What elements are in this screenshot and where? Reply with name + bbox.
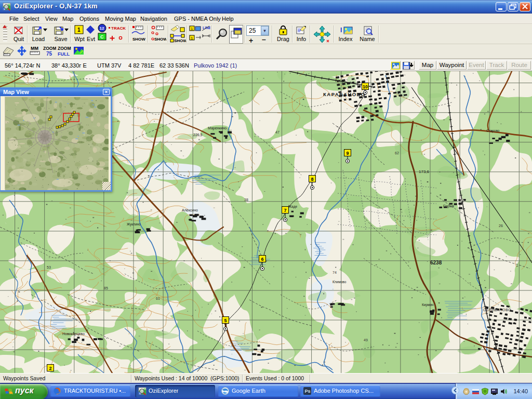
svg-text:1: 1 [191,26,193,31]
svg-text:5: 5 [224,318,227,323]
svg-text:53: 53 [47,265,51,269]
svg-text:10: 10 [363,84,368,89]
svg-text:SHOW: SHOW [132,37,145,42]
svg-text:FULL: FULL [58,51,70,57]
svg-text:Старово: Старово [486,129,500,133]
svg-text:6: 6 [261,257,263,262]
svg-text:2: 2 [49,366,51,371]
svg-text:Кирмач: Кирмач [422,303,433,307]
svg-text:Новокарцево: Новокарцево [62,332,85,336]
svg-text:173,6: 173,6 [419,169,430,174]
svg-text:8: 8 [311,177,313,182]
svg-text:MM: MM [31,46,38,51]
svg-text:Маренкино: Маренкино [208,126,227,130]
svg-text:Жуклино: Жуклино [127,222,141,227]
svg-text:Жаде: Жаде [288,205,297,209]
svg-text:7: 7 [284,208,286,213]
svg-text:Горка: Горка [443,204,454,208]
svg-text:38: 38 [244,198,248,202]
svg-text:СЕЛИВАНОВО: СЕЛИВАНОВО [483,308,511,312]
svg-text:I: I [340,26,342,34]
svg-text:226,5: 226,5 [193,133,203,137]
svg-text:Алексино: Алексино [182,208,198,212]
svg-text:TRACK: TRACK [111,26,126,31]
svg-text:1: 1 [191,36,193,41]
svg-text:6238: 6238 [430,260,442,265]
svg-text:9: 9 [346,151,349,156]
svg-text:74: 74 [332,271,337,274]
svg-text:Климово: Климово [332,280,347,284]
svg-text:62: 62 [395,151,399,155]
svg-text:61: 61 [156,297,160,300]
svg-text:SHOW: SHOW [154,37,166,42]
svg-text:ZOOM: ZOOM [43,46,56,51]
svg-text:1: 1 [77,27,81,33]
svg-text:SHOW: SHOW [174,38,186,43]
svg-text:Ps: Ps [305,389,311,394]
svg-text:КАРАБАНОВО: КАРАБАНОВО [323,91,366,97]
svg-text:ZOOM: ZOOM [58,46,71,51]
svg-text:26: 26 [499,224,503,228]
svg-text:47: 47 [275,130,280,134]
svg-text:85: 85 [104,286,108,290]
svg-text:C: C [100,34,104,39]
svg-text:75: 75 [46,51,52,57]
svg-text:49: 49 [364,338,368,342]
svg-text:12: 12 [100,26,104,31]
